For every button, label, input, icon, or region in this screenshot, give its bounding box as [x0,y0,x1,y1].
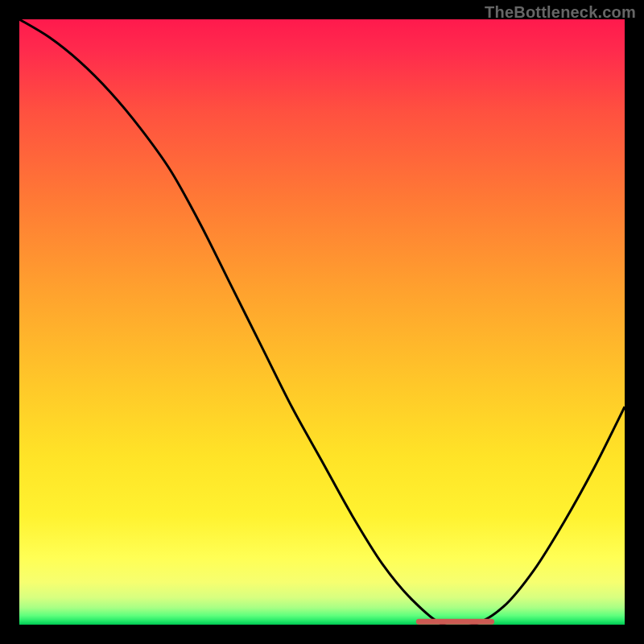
plot-area [19,19,625,625]
curve-layer [19,19,625,625]
chart-container: TheBottleneck.com [0,0,644,644]
watermark-label: TheBottleneck.com [485,3,636,22]
bottleneck-curve [19,19,625,625]
